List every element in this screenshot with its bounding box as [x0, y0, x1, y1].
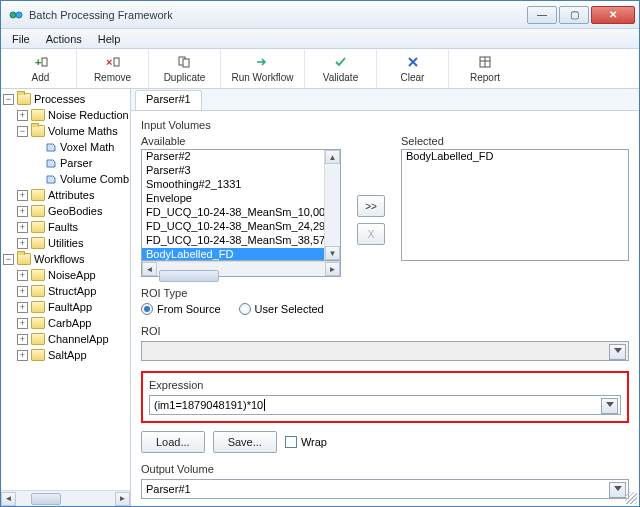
add-button[interactable]: + Add	[5, 50, 77, 88]
available-label: Available	[141, 135, 341, 147]
output-volume-label: Output Volume	[141, 463, 629, 475]
tree-structapp[interactable]: +StructApp	[3, 283, 130, 299]
expression-input[interactable]: (im1=1879048191)*10	[149, 395, 621, 415]
folder-icon	[31, 237, 45, 249]
list-item[interactable]: FD_UCQ_10-24-38_MeanSm_24,29_Magnitude	[142, 220, 324, 234]
sidebar: −Processes +Noise Reduction −Volume Math…	[1, 89, 131, 506]
available-listbox[interactable]: Parser#2 Parser#3 Smoothing#2_1331 Envel…	[141, 149, 341, 277]
app-icon	[9, 8, 23, 22]
leaf-icon	[45, 157, 57, 169]
clear-button[interactable]: Clear	[377, 50, 449, 88]
expression-label: Expression	[149, 379, 621, 391]
roi-from-source-radio[interactable]: From Source	[141, 303, 221, 315]
list-item[interactable]: BodyLabelled_FD	[142, 248, 324, 260]
svg-point-1	[16, 12, 22, 18]
tree-workflows[interactable]: −Workflows	[3, 251, 130, 267]
tree-volume-comb[interactable]: ·Volume Comb	[3, 171, 130, 187]
scroll-right-icon[interactable]: ►	[325, 262, 340, 276]
tree-geobodies[interactable]: +GeoBodies	[3, 203, 130, 219]
roi-dropdown[interactable]	[141, 341, 629, 361]
report-button[interactable]: Report	[449, 50, 521, 88]
menu-actions[interactable]: Actions	[39, 31, 89, 47]
close-button[interactable]: ✕	[591, 6, 635, 24]
folder-icon	[17, 253, 31, 265]
list-item[interactable]: FD_UCQ_10-24-38_MeanSm_38,57_Magnitude	[142, 234, 324, 248]
tree-utilities[interactable]: +Utilities	[3, 235, 130, 251]
tree-attributes[interactable]: +Attributes	[3, 187, 130, 203]
scroll-thumb[interactable]	[159, 270, 219, 282]
roi-type-label: ROI Type	[141, 287, 629, 299]
validate-icon	[333, 55, 349, 71]
tree-faults[interactable]: +Faults	[3, 219, 130, 235]
plus-icon: +	[33, 55, 49, 71]
clear-icon	[405, 55, 421, 71]
tree-saltapp[interactable]: +SaltApp	[3, 347, 130, 363]
process-tree[interactable]: −Processes +Noise Reduction −Volume Math…	[1, 89, 130, 490]
load-button[interactable]: Load...	[141, 431, 205, 453]
save-button[interactable]: Save...	[213, 431, 277, 453]
output-volume-dropdown[interactable]: Parser#1	[141, 479, 629, 499]
duplicate-button[interactable]: Duplicate	[149, 50, 221, 88]
roi-user-selected-radio[interactable]: User Selected	[239, 303, 324, 315]
tabstrip: Parser#1	[131, 89, 639, 111]
main-panel: Parser#1 Input Volumes Available Parser#…	[131, 89, 639, 506]
remove-button[interactable]: × Remove	[77, 50, 149, 88]
folder-icon	[31, 189, 45, 201]
run-workflow-button[interactable]: Run Workflow	[221, 50, 305, 88]
tree-noise-reduction[interactable]: +Noise Reduction	[3, 107, 130, 123]
svg-text:+: +	[35, 56, 41, 68]
duplicate-icon	[177, 55, 193, 71]
folder-icon	[31, 109, 45, 121]
roi-label: ROI	[141, 325, 629, 337]
folder-icon	[31, 125, 45, 137]
tree-carbapp[interactable]: +CarbApp	[3, 315, 130, 331]
tree-channelapp[interactable]: +ChannelApp	[3, 331, 130, 347]
scroll-thumb[interactable]	[31, 493, 61, 505]
tree-faultapp[interactable]: +FaultApp	[3, 299, 130, 315]
scroll-right-icon[interactable]: ►	[115, 492, 130, 506]
move-right-button[interactable]: >>	[357, 195, 385, 217]
report-icon	[477, 55, 493, 71]
validate-button[interactable]: Validate	[305, 50, 377, 88]
remove-icon: ×	[105, 55, 121, 71]
minimize-button[interactable]: —	[527, 6, 557, 24]
tree-volume-maths[interactable]: −Volume Maths	[3, 123, 130, 139]
tree-parser[interactable]: ·Parser	[3, 155, 130, 171]
run-icon	[255, 55, 271, 71]
list-item[interactable]: BodyLabelled_FD	[402, 150, 628, 164]
list-item[interactable]: Parser#2	[142, 150, 324, 164]
list-item[interactable]: Envelope	[142, 192, 324, 206]
scroll-left-icon[interactable]: ◄	[142, 262, 157, 276]
list-item[interactable]: Smoothing#2_1331	[142, 178, 324, 192]
list-vscrollbar[interactable]: ▲ ▼	[324, 150, 340, 260]
tree-processes[interactable]: −Processes	[3, 91, 130, 107]
resize-grip[interactable]	[625, 492, 637, 504]
list-item[interactable]: FD_UCQ_10-24-38_MeanSm_10,00_Magnitude	[142, 206, 324, 220]
menu-file[interactable]: File	[5, 31, 37, 47]
folder-icon	[31, 285, 45, 297]
move-left-button[interactable]: X	[357, 223, 385, 245]
scroll-down-icon[interactable]: ▼	[325, 246, 340, 260]
folder-icon	[31, 269, 45, 281]
folder-icon	[31, 317, 45, 329]
list-item[interactable]: Parser#3	[142, 164, 324, 178]
scroll-up-icon[interactable]: ▲	[325, 150, 340, 164]
maximize-button[interactable]: ▢	[559, 6, 589, 24]
tree-noiseapp[interactable]: +NoiseApp	[3, 267, 130, 283]
wrap-checkbox[interactable]: Wrap	[285, 436, 327, 448]
tab-parser1[interactable]: Parser#1	[135, 90, 202, 110]
sidebar-hscrollbar[interactable]: ◄ ►	[1, 490, 130, 506]
input-volumes-label: Input Volumes	[141, 119, 629, 131]
selected-listbox[interactable]: BodyLabelled_FD	[401, 149, 629, 261]
folder-icon	[31, 333, 45, 345]
menu-help[interactable]: Help	[91, 31, 128, 47]
list-hscrollbar[interactable]: ◄ ►	[141, 261, 341, 277]
folder-icon	[31, 221, 45, 233]
svg-rect-7	[183, 59, 189, 67]
scroll-left-icon[interactable]: ◄	[1, 492, 16, 506]
toolbar: + Add × Remove Duplicate Run Workflow Va…	[1, 49, 639, 89]
tree-voxel-math[interactable]: ·Voxel Math	[3, 139, 130, 155]
folder-icon	[31, 349, 45, 361]
leaf-icon	[45, 141, 57, 153]
folder-icon	[31, 301, 45, 313]
